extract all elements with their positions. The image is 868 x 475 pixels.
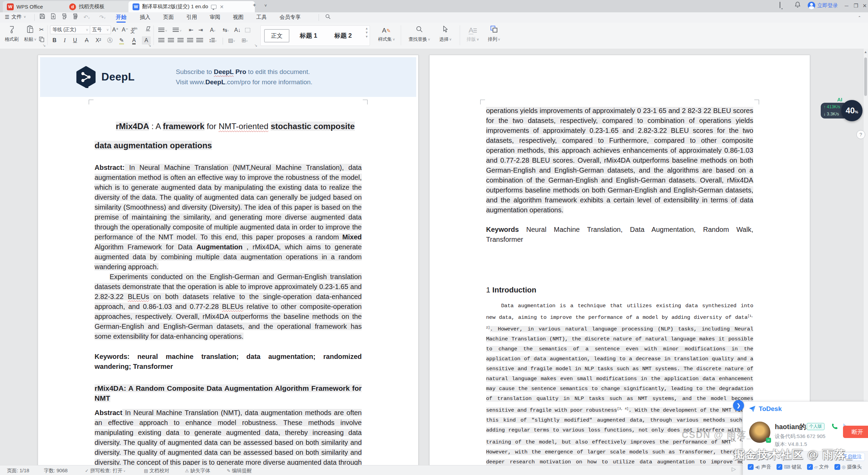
undo-icon[interactable]: ↶˅: [82, 13, 91, 22]
menu-item-tools[interactable]: 工具: [256, 14, 267, 21]
close-tab-icon[interactable]: ✕: [220, 4, 224, 10]
paragraph-group-expander[interactable]: ↘: [254, 43, 257, 48]
align-justify-icon[interactable]: [186, 36, 195, 45]
text-grid-icon[interactable]: [243, 27, 252, 35]
char-scale-button[interactable]: A˅: [207, 26, 219, 34]
paste-button[interactable]: 粘贴: [21, 25, 39, 42]
strikethrough-button[interactable]: A: [82, 36, 91, 45]
align-center-icon[interactable]: [166, 36, 175, 45]
cast-tab-icon[interactable]: [211, 5, 216, 9]
new-tab-button[interactable]: +: [253, 2, 256, 8]
document-page-1[interactable]: DeepL Subscribe to DeepL Pro to edit thi…: [38, 55, 419, 465]
select-button[interactable]: 选择: [436, 25, 455, 42]
perm-camera[interactable]: ✓ ◎ 摄像头: [834, 464, 862, 470]
todesk-panel[interactable]: ToDesk ∞ haotian的... 个人版 断开 设备代码:536 672…: [743, 401, 868, 475]
align-left-icon[interactable]: [157, 36, 166, 45]
find-replace-button[interactable]: 查找替换: [405, 25, 434, 42]
line-spacing-button[interactable]: ↕˅: [207, 36, 219, 45]
help-float-button[interactable]: ?: [856, 130, 865, 139]
bold-button[interactable]: B: [50, 36, 59, 45]
decrease-indent-icon[interactable]: ⇤: [187, 26, 196, 34]
status-spellcheck[interactable]: ✓拼写检查: 打开 ˅: [85, 467, 127, 474]
shrink-font-button[interactable]: A⁻: [121, 26, 129, 34]
print-preview-icon[interactable]: [71, 13, 79, 22]
minimize-button[interactable]: ─: [845, 3, 848, 9]
menu-item-reference[interactable]: 引用: [186, 14, 197, 21]
status-proofread[interactable]: ▤文档校对: [144, 467, 169, 474]
tab-docer-templates[interactable]: d 找稻壳模板: [65, 1, 134, 12]
clipboard-group-expander[interactable]: ↘: [42, 43, 46, 48]
tab-wps-office[interactable]: W WPS Office: [3, 1, 71, 12]
underline-button[interactable]: U: [71, 36, 79, 45]
status-edit-reminder[interactable]: ✎编辑提醒: [227, 467, 252, 474]
checkbox-checked-icon[interactable]: ✓: [748, 464, 754, 470]
annotate-button[interactable]: 开启批注: [840, 453, 865, 461]
style-heading1[interactable]: 标题 1: [293, 29, 324, 42]
font-size-select[interactable]: 五号˅: [90, 25, 111, 34]
page1-content[interactable]: rMix4DA : A framework for NMT-oriented s…: [95, 117, 362, 465]
font-group-expander[interactable]: ↘: [148, 43, 151, 48]
scrollbar-thumb[interactable]: [864, 58, 867, 96]
ai-float-label[interactable]: AI: [837, 97, 842, 102]
borders-button[interactable]: ⊞˅: [239, 36, 250, 45]
superscript-button[interactable]: X²: [94, 36, 103, 45]
pinyin-guide-icon[interactable]: wén文: [131, 26, 142, 34]
grow-font-button[interactable]: A⁺: [111, 26, 120, 34]
text-effects-button[interactable]: Ⓐ: [106, 36, 114, 45]
export-pdf-icon[interactable]: [49, 13, 58, 22]
perm-keyboard-mouse[interactable]: ✓ ⌨ 键鼠: [777, 464, 802, 470]
bullet-list-button[interactable]: ˅: [157, 26, 169, 34]
menu-item-view[interactable]: 视图: [233, 14, 244, 21]
clear-format-icon[interactable]: [144, 26, 153, 34]
login-button[interactable]: 立即登录: [808, 2, 838, 9]
menu-item-page[interactable]: 页面: [163, 14, 174, 21]
checkbox-checked-icon[interactable]: ✓: [834, 464, 840, 470]
checkbox-checked-icon[interactable]: ✓: [777, 464, 782, 470]
save-icon[interactable]: [38, 13, 47, 22]
menu-item-home[interactable]: 开始: [116, 14, 126, 21]
shading-fill-button[interactable]: ▨˅: [226, 36, 237, 45]
font-name-select[interactable]: 等线 (正文)˅: [50, 25, 90, 34]
status-word-count[interactable]: 字数: 9068: [44, 467, 67, 474]
screen-cast-icon[interactable]: [780, 2, 780, 8]
todesk-collapse-chevron[interactable]: ❯: [733, 400, 744, 411]
menu-item-review[interactable]: 审阅: [210, 14, 220, 21]
tab-list-chevron-icon[interactable]: ˅: [264, 3, 267, 8]
close-button[interactable]: ✕: [863, 3, 867, 9]
gallery-scroll-arrows[interactable]: ▲▼▼: [365, 27, 368, 38]
menu-item-insert[interactable]: 插入: [140, 14, 150, 21]
performance-float-ball[interactable]: 40 %: [841, 100, 863, 121]
font-color-button[interactable]: A: [129, 36, 138, 45]
cut-icon[interactable]: ✂: [37, 26, 46, 34]
voice-call-icon[interactable]: [831, 423, 838, 430]
file-menu-button[interactable]: ☰ 文件 ˅: [5, 14, 26, 20]
highlight-color-button[interactable]: ✎: [117, 36, 126, 45]
increase-indent-icon[interactable]: ⇥: [196, 26, 205, 34]
style-normal[interactable]: 正文: [264, 29, 289, 42]
scroll-up-arrow[interactable]: ▲: [864, 50, 868, 54]
page2-content[interactable]: operations yields improvements of approx…: [486, 106, 753, 465]
restore-button[interactable]: ❐: [854, 3, 858, 9]
format-painter-button[interactable]: 格式刷: [3, 25, 21, 42]
italic-button[interactable]: I: [60, 36, 69, 45]
numbered-list-button[interactable]: ˅: [171, 26, 183, 34]
disconnect-button[interactable]: 断开: [843, 426, 868, 438]
collapse-ribbon-icon[interactable]: ⌃: [855, 13, 864, 22]
status-missing-fonts[interactable]: ⚠缺失字体: [185, 467, 210, 474]
vertical-text-icon[interactable]: A↓: [233, 26, 242, 34]
tab-document[interactable]: W 翻译草稿第2版(提交) 1 en.do ✕: [128, 1, 255, 12]
redo-icon[interactable]: ↷˅: [98, 13, 107, 22]
status-page-indicator[interactable]: 页面: 1/18: [7, 467, 29, 474]
perm-files[interactable]: ✓ ▱ 文件: [807, 464, 829, 470]
menu-item-member[interactable]: 会员专享: [280, 14, 301, 21]
distribute-icon[interactable]: [195, 36, 204, 45]
notification-bell-icon[interactable]: [795, 2, 801, 9]
typeset-button[interactable]: A 排版: [463, 25, 482, 42]
print-icon[interactable]: [60, 13, 69, 22]
checkbox-checked-icon[interactable]: ✓: [807, 464, 813, 470]
search-icon[interactable]: [323, 13, 332, 22]
arrange-button[interactable]: 排列: [484, 25, 504, 42]
perm-audio[interactable]: ✓ ◀) 声音: [748, 464, 771, 470]
text-direction-button[interactable]: ⇆˅: [220, 26, 232, 34]
align-right-icon[interactable]: [176, 36, 185, 45]
